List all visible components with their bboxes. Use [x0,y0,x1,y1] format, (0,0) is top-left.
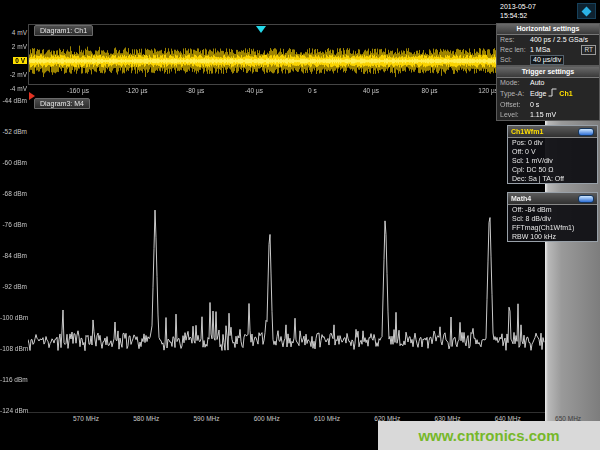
date-label: 2013-05-07 [500,2,536,11]
level-value: 1.15 mV [530,110,556,120]
trigger-mode-row: Mode: Auto [497,78,599,88]
ch1-off-row: Off: 0 V [508,147,597,156]
res-label: Res: [500,35,528,45]
math4-panel: Math4 Off: -84 dBm Scl: 8 dB/div FFTmag(… [507,192,598,242]
ch1-pos-row: Pos: 0 div [508,138,597,147]
diagram3-y-label: -108 dBm [0,344,27,353]
diagram1-y-label: 2 mV [0,42,27,51]
math-off-row: Off: -84 dBm [508,205,597,214]
ch1wfm1-minimize-button[interactable] [578,128,594,136]
scale-value-field[interactable]: 40 µs/div [530,55,564,65]
mode-value: Auto [530,78,544,88]
level-label: Level: [500,110,528,120]
diagram3-y-label: -124 dBm [0,406,27,415]
ch1-cpl-row: Cpl: DC 50 Ω [508,165,597,174]
ch1wfm1-title: Ch1Wfm1 [511,127,543,136]
realtime-badge: RT [581,45,596,55]
reclen-value: 1 MSa [530,45,550,55]
horizontal-settings-header[interactable]: Horizontal settings [497,24,599,35]
diagram3-y-label: -76 dBm [0,220,27,229]
diagram1-tab[interactable]: Diagram1: Ch1 [34,25,93,36]
trigger-type-row: Type-A: Edge Ch1 [497,88,599,100]
horizontal-res-row: Res: 400 ps / 2.5 GSa/s [497,35,599,45]
oscilloscope-screen: Diagram1: Ch1 Diagram3: M4 2013-05-07 15… [0,0,600,450]
diagram3-y-label: -84 dBm [0,251,27,260]
offset-label: Offset: [500,100,528,110]
diagram1-y-label: -2 mV [0,70,27,79]
horizontal-reclen-row: Rec len: 1 MSa RT [497,45,599,55]
edge-slope-icon [548,88,557,100]
ch1wfm1-panel: Ch1Wfm1 Pos: 0 div Off: 0 V Scl: 1 mV/di… [507,125,598,184]
rohde-schwarz-logo-icon [577,3,596,19]
diagram1-y-label: 0 V [0,56,27,65]
scale-label: Scl: [500,55,528,65]
fft-trace-canvas [28,97,545,412]
diagram1-x-label: -40 µs [232,86,276,95]
watermark: www.cntronics.com [378,421,600,450]
diagram3-y-label: -60 dBm [0,158,27,167]
type-label: Type-A: [500,89,528,99]
diagram1-x-label: 80 µs [408,86,452,95]
datetime-display: 2013-05-07 15:54:52 [500,2,536,20]
horizontal-scale-row: Scl: 40 µs/div [497,55,599,65]
diagram3-y-label: -92 dBm [0,282,27,291]
diagram1-x-label: 40 µs [349,86,393,95]
diagram1-y-label: -4 mV [0,84,27,93]
ch1-dec-row: Dec: Sa | TA: Off [508,174,597,183]
diagram3-y-label: -52 dBm [0,127,27,136]
reclen-label: Rec len: [500,45,528,55]
diagram3-y-label: -68 dBm [0,189,27,198]
trigger-position-icon[interactable] [256,26,266,33]
trigger-source-channel: Ch1 [559,89,572,99]
type-value: Edge [530,89,546,99]
diagram3-tab[interactable]: Diagram3: M4 [34,98,90,109]
diagram3-y-label: -116 dBm [0,375,27,384]
time-label: 15:54:52 [500,11,536,20]
diagram3-x-label: 610 MHz [305,414,349,423]
diagram1-x-label: -80 µs [173,86,217,95]
diagram3-x-label: 570 MHz [64,414,108,423]
diagram1-x-label: -120 µs [115,86,159,95]
res-value: 400 ps / 2.5 GSa/s [530,35,588,45]
trigger-settings-panel: Trigger settings Mode: Auto Type-A: Edge… [496,66,600,121]
diagram1-x-label: 0 s [290,86,334,95]
trigger-offset-row: Offset: 0 s [497,100,599,110]
diagram1-y-label: 4 mV [0,28,27,37]
diagram3-x-label: 600 MHz [245,414,289,423]
math-rbw-row: RBW 100 kHz [508,232,597,241]
trigger-settings-header[interactable]: Trigger settings [497,67,599,78]
watermark-text: www.cntronics.com [418,427,559,444]
diagram1-x-label: -160 µs [56,86,100,95]
horizontal-settings-panel: Horizontal settings Res: 400 ps / 2.5 GS… [496,23,600,66]
ch1-trace-canvas [29,25,496,84]
math4-minimize-button[interactable] [578,195,594,203]
math-scl-row: Scl: 8 dB/div [508,214,597,223]
math-fft-row: FFTmag(Ch1Wfm1) [508,223,597,232]
math4-header[interactable]: Math4 [508,193,597,205]
diagram3-y-label: -100 dBm [0,313,27,322]
mode-label: Mode: [500,78,528,88]
diagram3-x-label: 580 MHz [124,414,168,423]
ch1-scl-row: Scl: 1 mV/div [508,156,597,165]
offset-value: 0 s [530,100,539,110]
math4-title: Math4 [511,194,531,203]
diagram3-y-label: -44 dBm [0,96,27,105]
diagram3-x-label: 590 MHz [185,414,229,423]
ch1wfm1-header[interactable]: Ch1Wfm1 [508,126,597,138]
trigger-level-row: Level: 1.15 mV [497,110,599,120]
